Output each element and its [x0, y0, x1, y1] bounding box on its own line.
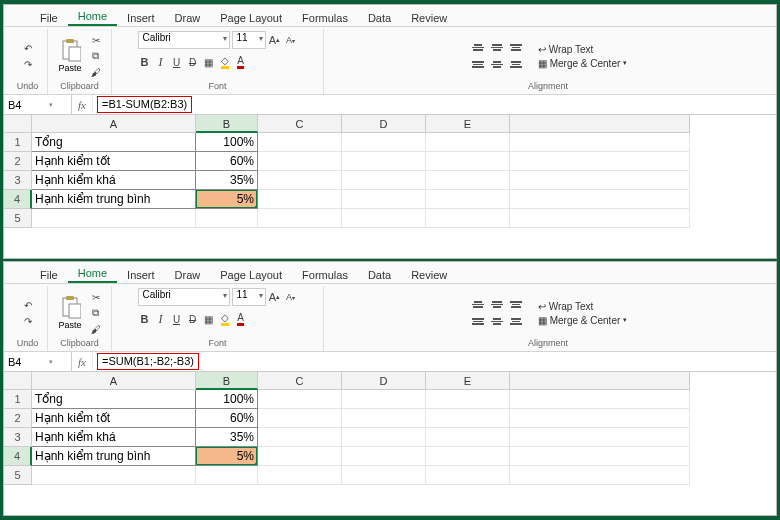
- cell-B1[interactable]: 100%: [196, 133, 258, 152]
- cell-A1[interactable]: Tổng: [32, 390, 196, 409]
- paste-button[interactable]: Paste: [56, 294, 83, 332]
- cell-B1[interactable]: 100%: [196, 390, 258, 409]
- cell-B3[interactable]: 35%: [196, 171, 258, 190]
- undo-icon[interactable]: ↶: [21, 41, 35, 55]
- row-header-1[interactable]: 1: [4, 133, 32, 152]
- col-header-C[interactable]: C: [258, 115, 342, 133]
- strike-button[interactable]: D: [186, 312, 200, 326]
- select-all-corner[interactable]: [4, 115, 32, 133]
- cut-icon[interactable]: ✂: [89, 33, 103, 47]
- fx-icon[interactable]: fx: [72, 352, 93, 371]
- col-header-E[interactable]: E: [426, 115, 510, 133]
- col-header-A[interactable]: A: [32, 115, 196, 133]
- row-header-4[interactable]: 4: [4, 190, 32, 209]
- cell-A1[interactable]: Tổng: [32, 133, 196, 152]
- name-box[interactable]: B4: [4, 95, 72, 114]
- col-header-A[interactable]: A: [32, 372, 196, 390]
- cell-B4[interactable]: 5%: [196, 447, 258, 466]
- cell-A3[interactable]: Hạnh kiểm khá: [32, 171, 196, 190]
- merge-center-button[interactable]: ▦Merge & Center ▾: [538, 58, 628, 69]
- strike-button[interactable]: D: [186, 55, 200, 69]
- cell-A4[interactable]: Hạnh kiểm trung bình: [32, 190, 196, 209]
- copy-icon[interactable]: ⧉: [89, 49, 103, 63]
- row-header-2[interactable]: 2: [4, 152, 32, 171]
- col-header-C[interactable]: C: [258, 372, 342, 390]
- increase-font-icon[interactable]: A▴: [268, 33, 282, 47]
- format-painter-icon[interactable]: 🖌: [89, 322, 103, 336]
- col-header-rest[interactable]: [510, 115, 690, 133]
- cell-B2[interactable]: 60%: [196, 152, 258, 171]
- formula-input[interactable]: =B1-SUM(B2:B3): [93, 95, 776, 114]
- font-name-select[interactable]: Calibri: [138, 288, 230, 306]
- underline-button[interactable]: U: [170, 312, 184, 326]
- spreadsheet-grid[interactable]: A B C D E 1 Tổng 100% 2 Hạnh kiểm tốt 60…: [4, 115, 776, 258]
- cell-A2[interactable]: Hạnh kiểm tốt: [32, 152, 196, 171]
- col-header-E[interactable]: E: [426, 372, 510, 390]
- select-all-corner[interactable]: [4, 372, 32, 390]
- undo-icon[interactable]: ↶: [21, 298, 35, 312]
- tab-data[interactable]: Data: [358, 266, 401, 283]
- tab-file[interactable]: File: [30, 266, 68, 283]
- col-header-B[interactable]: B: [196, 115, 258, 133]
- paste-button[interactable]: Paste: [56, 37, 83, 75]
- cell-A3[interactable]: Hạnh kiểm khá: [32, 428, 196, 447]
- bold-button[interactable]: B: [138, 55, 152, 69]
- fill-color-icon[interactable]: ◇: [218, 312, 232, 326]
- tab-insert[interactable]: Insert: [117, 266, 165, 283]
- wrap-text-button[interactable]: ↩Wrap Text: [538, 301, 628, 312]
- tab-review[interactable]: Review: [401, 266, 457, 283]
- wrap-text-button[interactable]: ↩Wrap Text: [538, 44, 628, 55]
- borders-icon[interactable]: ▦: [202, 55, 216, 69]
- bold-button[interactable]: B: [138, 312, 152, 326]
- font-color-icon[interactable]: A: [234, 312, 248, 326]
- alignment-grid[interactable]: [469, 40, 525, 73]
- copy-icon[interactable]: ⧉: [89, 306, 103, 320]
- col-header-D[interactable]: D: [342, 115, 426, 133]
- cell-B2[interactable]: 60%: [196, 409, 258, 428]
- tab-file[interactable]: File: [30, 9, 68, 26]
- alignment-grid[interactable]: [469, 297, 525, 330]
- row-header-3[interactable]: 3: [4, 171, 32, 190]
- tab-draw[interactable]: Draw: [165, 266, 211, 283]
- spreadsheet-grid[interactable]: A B C D E 1 Tổng 100% 2 Hạnh kiểm tốt 60…: [4, 372, 776, 515]
- font-name-select[interactable]: Calibri: [138, 31, 230, 49]
- merge-icon: ▦: [538, 315, 547, 326]
- tab-page-layout[interactable]: Page Layout: [210, 9, 292, 26]
- col-header-D[interactable]: D: [342, 372, 426, 390]
- cell-B4[interactable]: 5%: [196, 190, 258, 209]
- tab-formulas[interactable]: Formulas: [292, 266, 358, 283]
- fx-icon[interactable]: fx: [72, 95, 93, 114]
- font-color-icon[interactable]: A: [234, 55, 248, 69]
- col-header-B[interactable]: B: [196, 372, 258, 390]
- italic-button[interactable]: I: [154, 312, 168, 326]
- increase-font-icon[interactable]: A▴: [268, 290, 282, 304]
- row-header-5[interactable]: 5: [4, 209, 32, 228]
- redo-icon[interactable]: ↷: [21, 57, 35, 71]
- cut-icon[interactable]: ✂: [89, 290, 103, 304]
- cell-B3[interactable]: 35%: [196, 428, 258, 447]
- underline-button[interactable]: U: [170, 55, 184, 69]
- merge-center-button[interactable]: ▦Merge & Center ▾: [538, 315, 628, 326]
- tab-data[interactable]: Data: [358, 9, 401, 26]
- redo-icon[interactable]: ↷: [21, 314, 35, 328]
- tab-page-layout[interactable]: Page Layout: [210, 266, 292, 283]
- tab-draw[interactable]: Draw: [165, 9, 211, 26]
- cell-A4[interactable]: Hạnh kiểm trung bình: [32, 447, 196, 466]
- name-box[interactable]: B4: [4, 352, 72, 371]
- format-painter-icon[interactable]: 🖌: [89, 65, 103, 79]
- decrease-font-icon[interactable]: A▾: [284, 33, 298, 47]
- fill-color-icon[interactable]: ◇: [218, 55, 232, 69]
- font-size-select[interactable]: 11: [232, 288, 266, 306]
- borders-icon[interactable]: ▦: [202, 312, 216, 326]
- cell-A2[interactable]: Hạnh kiểm tốt: [32, 409, 196, 428]
- tab-review[interactable]: Review: [401, 9, 457, 26]
- tab-home[interactable]: Home: [68, 264, 117, 283]
- font-size-select[interactable]: 11: [232, 31, 266, 49]
- decrease-font-icon[interactable]: A▾: [284, 290, 298, 304]
- italic-button[interactable]: I: [154, 55, 168, 69]
- tab-home[interactable]: Home: [68, 7, 117, 26]
- menu-tabs: File Home Insert Draw Page Layout Formul…: [4, 5, 776, 27]
- tab-formulas[interactable]: Formulas: [292, 9, 358, 26]
- tab-insert[interactable]: Insert: [117, 9, 165, 26]
- formula-input[interactable]: =SUM(B1;-B2;-B3): [93, 352, 776, 371]
